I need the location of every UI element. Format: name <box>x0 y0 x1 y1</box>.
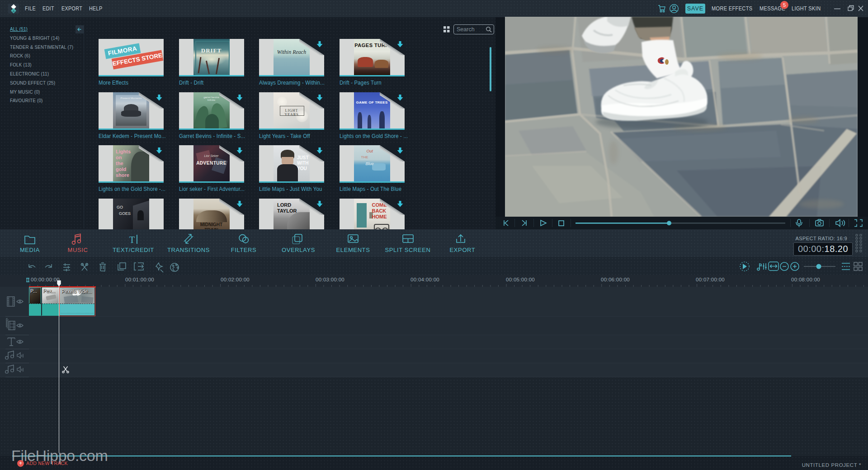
svg-text:T: T <box>129 235 135 245</box>
